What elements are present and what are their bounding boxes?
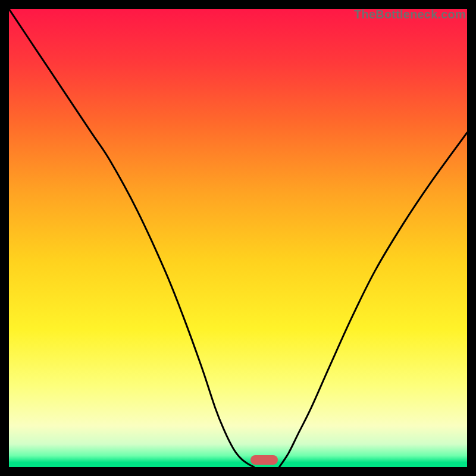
curve-right-branch <box>279 133 467 467</box>
bottleneck-curve <box>9 9 467 467</box>
optimum-marker <box>250 455 278 465</box>
curve-left-branch <box>9 9 254 467</box>
chart-frame: TheBottleneck.com <box>9 9 467 467</box>
